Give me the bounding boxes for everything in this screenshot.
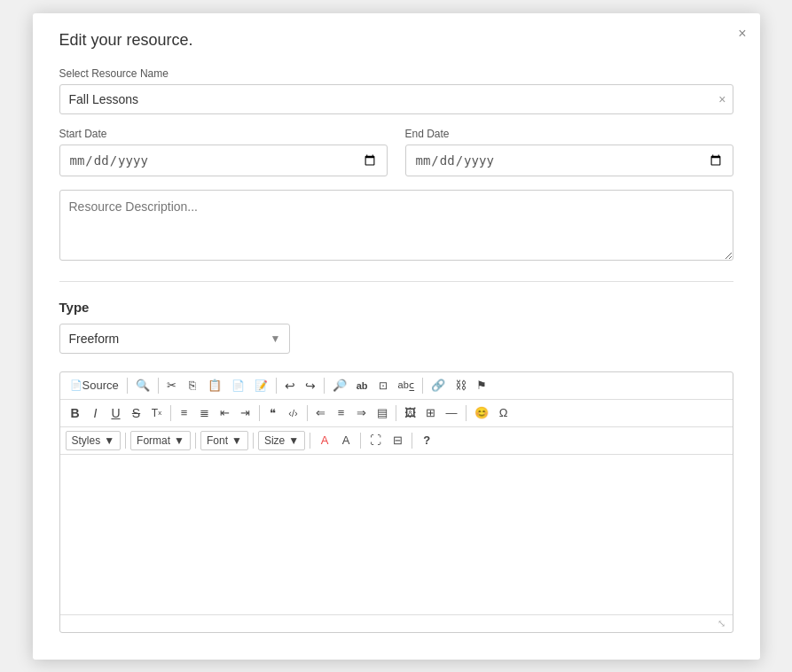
toolbar-separator-1 xyxy=(127,378,128,394)
type-label: Type xyxy=(59,300,733,315)
paste-text-button[interactable]: 📄 xyxy=(227,376,249,395)
horizontal-rule-button[interactable]: — xyxy=(442,403,462,423)
type-group: Type Freeform ▼ xyxy=(59,300,733,354)
toolbar-row-2: B I U S Tx ≡ ≣ ⇤ ⇥ ❝ ‹/› ⇐ ≡ ⇒ ▤ 🖼 ⊞ — 😊… xyxy=(60,400,733,427)
format-dropdown[interactable]: Format ▼ xyxy=(130,431,191,450)
find-button[interactable]: 🔍 xyxy=(131,376,154,395)
toolbar-separator-11 xyxy=(125,433,126,449)
div-button[interactable]: ‹/› xyxy=(284,403,303,423)
underline-button[interactable]: U xyxy=(106,403,126,423)
format-arrow-icon: ▼ xyxy=(174,434,184,447)
toolbar-separator-5 xyxy=(422,378,423,394)
toolbar-separator-15 xyxy=(360,433,361,449)
select-all-button[interactable]: ⊡ xyxy=(373,376,393,395)
align-right-button[interactable]: ⇒ xyxy=(352,403,372,423)
cut-button[interactable]: ✂ xyxy=(162,376,182,395)
toolbar-row-1: 📄 Source 🔍 ✂ ⎘ 📋 📄 📝 ↩ ↪ 🔎 ab ⊡ abc̲ 🔗 ⛓ xyxy=(60,372,733,400)
spell-check-button[interactable]: abc̲ xyxy=(394,376,419,395)
table-button[interactable]: ⊞ xyxy=(421,403,441,423)
source-label: Source xyxy=(82,379,119,392)
start-date-label: Start Date xyxy=(59,128,388,140)
bold-button[interactable]: B xyxy=(66,403,85,423)
toolbar-separator-2 xyxy=(158,378,159,394)
description-group xyxy=(59,190,733,263)
align-center-button[interactable]: ≡ xyxy=(332,403,351,423)
font-dropdown[interactable]: Font ▼ xyxy=(200,431,248,450)
italic-button[interactable]: I xyxy=(86,403,106,423)
toolbar-separator-14 xyxy=(310,433,310,449)
paste-button[interactable]: 📋 xyxy=(203,376,226,395)
resize-handle-icon: ⤡ xyxy=(718,618,725,629)
toolbar-separator-9 xyxy=(396,405,396,421)
toolbar-separator-13 xyxy=(253,433,254,449)
source-button[interactable]: 📄 Source xyxy=(66,376,123,395)
styles-label: Styles xyxy=(72,434,101,447)
strikethrough-button[interactable]: S xyxy=(127,403,146,423)
resource-name-label: Select Resource Name xyxy=(59,67,733,80)
divider xyxy=(59,281,733,282)
end-date-label: End Date xyxy=(405,128,733,140)
end-date-input[interactable] xyxy=(405,145,733,176)
toolbar-row-3: Styles ▼ Format ▼ Font ▼ Size ▼ A A ⛶ xyxy=(60,427,733,455)
styles-dropdown[interactable]: Styles ▼ xyxy=(66,431,122,450)
start-date-group: Start Date xyxy=(59,128,388,176)
maximize-button[interactable]: ⛶ xyxy=(365,431,386,450)
format-label: Format xyxy=(137,434,170,447)
editor-content-area[interactable] xyxy=(60,455,733,614)
font-background-button[interactable]: A xyxy=(336,431,356,450)
image-button[interactable]: 🖼 xyxy=(400,403,420,423)
toolbar-separator-6 xyxy=(170,405,171,421)
start-date-input[interactable] xyxy=(59,145,388,176)
help-button[interactable]: ? xyxy=(417,431,436,450)
unlink-button[interactable]: ⛓ xyxy=(451,376,471,395)
size-dropdown[interactable]: Size ▼ xyxy=(258,431,305,450)
ordered-list-button[interactable]: ≣ xyxy=(195,403,215,423)
redo-button[interactable]: ↪ xyxy=(301,376,320,395)
special-char-button[interactable]: Ω xyxy=(494,403,514,423)
resource-name-input[interactable] xyxy=(59,84,733,114)
toolbar-separator-16 xyxy=(412,433,412,449)
link-button[interactable]: 🔗 xyxy=(427,376,450,395)
resource-name-wrapper: × xyxy=(59,84,733,114)
close-button[interactable]: × xyxy=(738,27,746,41)
toolbar-separator-7 xyxy=(259,405,260,421)
align-left-button[interactable]: ⇐ xyxy=(311,403,331,423)
paste-from-word-button[interactable]: 📝 xyxy=(250,376,272,395)
type-select[interactable]: Freeform xyxy=(59,324,290,354)
date-row: Start Date End Date xyxy=(59,128,733,176)
size-label: Size xyxy=(264,434,285,447)
end-date-group: End Date xyxy=(405,128,733,176)
modal-title: Edit your resource. xyxy=(59,31,733,50)
toolbar-separator-4 xyxy=(324,378,325,394)
outdent-button[interactable]: ⇤ xyxy=(216,403,235,423)
indent-button[interactable]: ⇥ xyxy=(236,403,255,423)
toolbar-separator-3 xyxy=(276,378,277,394)
emoji-button[interactable]: 😊 xyxy=(470,403,493,423)
replace-button[interactable]: ab xyxy=(352,376,372,395)
description-textarea[interactable] xyxy=(59,190,733,261)
clear-resource-name-button[interactable]: × xyxy=(718,92,725,106)
subscript-button[interactable]: Tx xyxy=(147,403,167,423)
unordered-list-button[interactable]: ≡ xyxy=(175,403,194,423)
anchor-button[interactable]: ⚑ xyxy=(472,376,491,395)
font-color-button[interactable]: A xyxy=(315,431,334,450)
find2-button[interactable]: 🔎 xyxy=(328,376,351,395)
undo-button[interactable]: ↩ xyxy=(280,376,300,395)
document-icon: 📄 xyxy=(70,379,82,391)
resource-name-group: Select Resource Name × xyxy=(59,67,733,114)
justify-button[interactable]: ▤ xyxy=(372,403,392,423)
editor-statusbar: ⤡ xyxy=(60,614,733,632)
toolbar-separator-12 xyxy=(195,433,196,449)
toolbar-separator-8 xyxy=(307,405,308,421)
edit-resource-modal: Edit your resource. × Select Resource Na… xyxy=(33,13,760,660)
copy-button[interactable]: ⎘ xyxy=(183,376,202,395)
preview-button[interactable]: ⊟ xyxy=(388,431,407,450)
rich-text-editor: 📄 Source 🔍 ✂ ⎘ 📋 📄 📝 ↩ ↪ 🔎 ab ⊡ abc̲ 🔗 ⛓ xyxy=(59,371,733,633)
toolbar-separator-10 xyxy=(466,405,467,421)
size-arrow-icon: ▼ xyxy=(288,434,299,447)
font-label: Font xyxy=(207,434,228,447)
type-select-wrapper: Freeform ▼ xyxy=(59,324,290,354)
blockquote-button[interactable]: ❝ xyxy=(263,403,283,423)
styles-arrow-icon: ▼ xyxy=(104,434,114,447)
find-icon: 🔍 xyxy=(136,379,150,392)
